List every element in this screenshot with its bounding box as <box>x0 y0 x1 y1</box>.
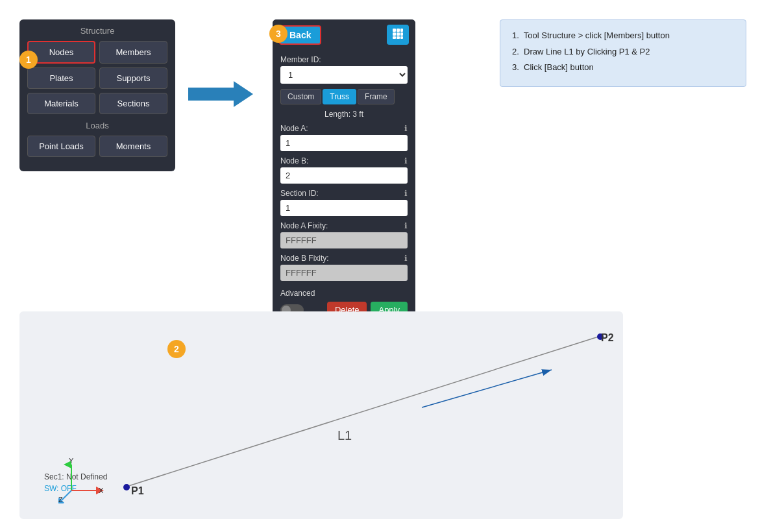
svg-rect-5 <box>397 32 400 36</box>
node-b-info-icon[interactable]: ℹ <box>404 156 408 165</box>
member-panel: Back Member ID: 1 Custom Truss Frame Len… <box>273 19 415 332</box>
node-b-fixity-info-icon[interactable]: ℹ <box>404 254 408 263</box>
advanced-label: Advanced <box>280 289 315 298</box>
svg-text:X: X <box>99 487 104 494</box>
svg-rect-1 <box>393 29 396 32</box>
supports-button[interactable]: Supports <box>99 67 167 89</box>
svg-line-18 <box>62 490 71 500</box>
svg-rect-2 <box>397 29 400 32</box>
svg-rect-6 <box>400 32 403 36</box>
instruction-3: 3. Click [Back] button <box>512 61 734 74</box>
node-a-fixity-info-icon[interactable]: ℹ <box>404 221 408 230</box>
point-loads-button[interactable]: Point Loads <box>27 136 95 157</box>
member-header: Back <box>273 19 415 50</box>
node-a-fixity-label: Node A Fixity: ℹ <box>280 221 408 230</box>
svg-marker-0 <box>188 81 253 107</box>
p1-label: P1 <box>131 485 144 497</box>
axis-widget: X Y Z <box>58 458 110 506</box>
instruction-2: 2. Draw Line L1 by Clicking P1 & P2 <box>512 45 734 58</box>
svg-rect-4 <box>393 32 396 36</box>
type-buttons: Custom Truss Frame <box>280 89 408 104</box>
structure-btn-grid: Nodes Members Plates Supports Materials … <box>27 41 167 114</box>
grid-icon-button[interactable] <box>387 25 409 45</box>
node-b-label: Node B: ℹ <box>280 156 408 165</box>
custom-type-btn[interactable]: Custom <box>280 89 321 104</box>
node-a-label: Node A: ℹ <box>280 124 408 133</box>
structure-title: Structure <box>27 26 167 36</box>
step2-circle: 2 <box>167 340 186 358</box>
node-b-input[interactable] <box>280 167 408 184</box>
canvas-area: P1 P2 L1 Sec1: Not Defined SW: OFF <box>19 311 623 519</box>
svg-rect-8 <box>397 36 400 39</box>
arrow-container <box>182 78 253 110</box>
svg-rect-7 <box>393 36 396 39</box>
instruction-1: 1. Tool Structure > click [Members] butt… <box>512 29 734 42</box>
member-body: Member ID: 1 Custom Truss Frame Length: … <box>273 50 415 323</box>
structure-panel: Structure Nodes Members Plates Supports … <box>19 19 175 171</box>
node-b-fixity-label: Node B Fixity: ℹ <box>280 254 408 263</box>
loads-title: Loads <box>27 121 167 130</box>
node-a-input[interactable] <box>280 135 408 151</box>
section-id-info-icon[interactable]: ℹ <box>404 189 408 198</box>
truss-type-btn[interactable]: Truss <box>323 89 356 104</box>
moments-button[interactable]: Moments <box>99 136 167 157</box>
loads-btn-grid: Point Loads Moments <box>27 136 167 157</box>
materials-button[interactable]: Materials <box>27 93 95 114</box>
frame-type-btn[interactable]: Frame <box>358 89 395 104</box>
node-b-fixity-input[interactable] <box>280 265 408 281</box>
node-a-fixity-input[interactable] <box>280 232 408 248</box>
member-id-label: Member ID: <box>280 55 408 64</box>
svg-text:Z: Z <box>58 496 63 503</box>
node-a-info-icon[interactable]: ℹ <box>404 124 408 133</box>
p2-label: P2 <box>601 332 614 344</box>
step3-circle: 3 <box>269 25 288 43</box>
sections-button[interactable]: Sections <box>99 93 167 114</box>
section-id-label: Section ID: ℹ <box>280 189 408 198</box>
svg-rect-3 <box>400 29 403 32</box>
instructions-box: 1. Tool Structure > click [Members] butt… <box>500 19 746 87</box>
plates-button[interactable]: Plates <box>27 67 95 89</box>
svg-text:Y: Y <box>69 458 74 465</box>
members-button[interactable]: Members <box>99 41 167 64</box>
svg-rect-9 <box>400 36 403 39</box>
member-id-select[interactable]: 1 <box>280 66 408 84</box>
length-display: Length: 3 ft <box>280 110 408 119</box>
section-id-input[interactable] <box>280 200 408 216</box>
advanced-row: Advanced <box>280 289 408 298</box>
svg-line-10 <box>127 336 600 487</box>
l1-label: L1 <box>337 428 352 443</box>
step1-circle: 1 <box>19 51 38 69</box>
p1-dot <box>123 484 130 490</box>
svg-line-11 <box>422 370 552 407</box>
